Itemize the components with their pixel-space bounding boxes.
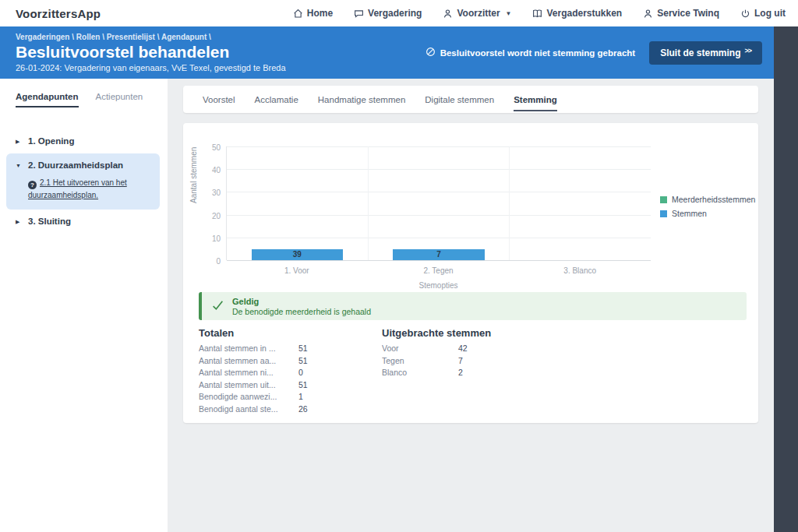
table-row: Benodigde aanwezi...1 — [199, 391, 370, 403]
row-value: 51 — [298, 355, 308, 368]
tree-subitem[interactable]: ?2.1 Het uitvoeren van het duurzaamheids… — [28, 177, 128, 201]
status-indicator: Besluitvoorstel wordt niet stemming gebr… — [425, 47, 635, 58]
main-tab-bar: Voorstel Acclamatie Handmatige stemmen D… — [183, 86, 758, 113]
row-label: Aantal stemmen aa... — [199, 355, 291, 368]
page-title: Besluitvoorstel behandelen — [16, 43, 286, 62]
tab-actiepunten[interactable]: Actiepunten — [96, 92, 143, 107]
bar-tegen[interactable]: 7 — [368, 146, 510, 260]
validity-alert: Geldig De benodigde meerderheid is gehaa… — [199, 292, 747, 320]
y-tick: 40 — [212, 166, 221, 174]
legend-label: Stemmen — [672, 209, 707, 218]
person-icon — [443, 9, 453, 19]
table-row: Tegen7 — [382, 355, 553, 368]
table-row: Voor42 — [382, 343, 553, 355]
table-row: Aantal stemmen ni...0 — [199, 367, 370, 379]
legend-stemmen[interactable]: Stemmen — [660, 209, 755, 218]
tab-digitale-stemmen[interactable]: Digitale stemmen — [425, 88, 494, 111]
sidebar-item-opening[interactable]: ▶ 1. Opening — [6, 129, 160, 153]
close-voting-button[interactable]: Sluit de stemming >> — [649, 41, 762, 65]
table-row: Aantal stemmen in ...51 — [199, 343, 370, 355]
row-value: 51 — [298, 343, 308, 355]
tab-acclamatie[interactable]: Acclamatie — [255, 88, 298, 111]
x-tick: 3. Blanco — [509, 266, 651, 275]
table-row: Aantal stemmen aa...51 — [199, 355, 370, 368]
nav-logout-label: Log uit — [754, 8, 786, 19]
top-bar: VoorzittersApp Home Vergadering Voorzitt… — [0, 0, 798, 26]
app-logo: VoorzittersApp — [16, 7, 101, 20]
top-navigation: Home Vergadering Voorzitter ▼ Vergaderst… — [293, 8, 786, 19]
nav-logout[interactable]: Log uit — [740, 8, 786, 19]
nav-voorzitter-label: Voorzitter — [457, 8, 500, 19]
row-label: Tegen — [382, 355, 450, 368]
row-value: 2 — [458, 367, 463, 379]
tree-item-label: 3. Sluiting — [28, 217, 71, 227]
nav-vergaderstukken[interactable]: Vergaderstukken — [532, 8, 622, 19]
legend-swatch-blue — [660, 210, 667, 217]
double-chevron-right-icon: >> — [744, 47, 751, 55]
y-tick: 10 — [212, 234, 221, 242]
tab-handmatige-stemmen[interactable]: Handmatige stemmen — [318, 88, 406, 111]
chevron-down-icon: ▼ — [506, 10, 512, 17]
voting-results-card: Aantal stemmen 50 40 30 20 10 0 39 7 — [183, 123, 758, 423]
tab-agendapunten[interactable]: Agendapunten — [16, 92, 79, 107]
bar-chart-plot: 50 40 30 20 10 0 39 7 — [226, 146, 651, 260]
chevron-right-icon: ▶ — [16, 136, 22, 146]
checkmark-icon — [211, 298, 224, 315]
tab-voorstel[interactable]: Voorstel — [203, 88, 235, 111]
row-value: 1 — [298, 391, 303, 403]
nav-vergadering[interactable]: Vergadering — [354, 8, 422, 19]
subitem-link[interactable]: 2.1 Het uitvoeren van het duurzaamheidsp… — [28, 178, 127, 199]
y-tick: 0 — [216, 257, 221, 266]
sidebar-item-duurzaamheidsplan[interactable]: ▼ 2. Duurzaamheidsplan ?2.1 Het uitvoere… — [6, 153, 160, 210]
x-tick: 1. Voor — [226, 266, 368, 275]
nav-home[interactable]: Home — [293, 8, 333, 19]
cast-votes-title: Uitgebrachte stemmen — [382, 327, 553, 339]
nav-service-label: Service Twinq — [657, 8, 719, 19]
help-icon: ? — [28, 181, 37, 189]
row-value: 51 — [298, 379, 308, 392]
home-icon — [293, 9, 303, 19]
nav-service[interactable]: Service Twinq — [643, 8, 719, 19]
y-axis-label: Aantal stemmen — [189, 196, 198, 203]
bar-value-label: 7 — [393, 249, 484, 260]
y-tick: 30 — [212, 188, 221, 197]
row-value: 0 — [298, 367, 303, 379]
page-subtitle: 26-01-2024: Vergadering van eigenaars, V… — [16, 63, 286, 72]
totals-title: Totalen — [199, 327, 370, 339]
row-label: Benodigde aanwezi... — [199, 391, 291, 403]
bar-blanco[interactable] — [510, 146, 651, 260]
row-label: Blanco — [382, 367, 450, 379]
book-icon — [532, 9, 542, 19]
status-text: Besluitvoorstel wordt niet stemming gebr… — [440, 48, 635, 58]
chevron-right-icon: ▶ — [16, 217, 22, 227]
y-tick: 20 — [212, 211, 221, 220]
table-row: Aantal stemmen uit...51 — [199, 379, 370, 392]
legend-meerderheidsstemmen[interactable]: Meerderheidsstemmen — [660, 195, 755, 204]
x-tick: 2. Tegen — [368, 266, 510, 275]
legend-swatch-green — [660, 196, 667, 203]
bar-voor[interactable]: 39 — [227, 146, 368, 260]
app-window: VoorzittersApp Home Vergadering Voorzitt… — [0, 0, 798, 532]
breadcrumb[interactable]: Vergaderingen \ Rollen \ Presentielijst … — [16, 33, 286, 41]
row-value: 7 — [458, 355, 463, 368]
cast-votes-section: Uitgebrachte stemmen Voor42 Tegen7 Blanc… — [382, 327, 553, 379]
bar-value-label: 39 — [252, 249, 343, 260]
circle-slash-icon — [425, 47, 436, 58]
chart-legend: Meerderheidsstemmen Stemmen — [660, 195, 755, 218]
row-label: Aantal stemmen in ... — [199, 343, 291, 355]
tab-stemming[interactable]: Stemming — [514, 88, 557, 111]
sidebar-item-sluiting[interactable]: ▶ 3. Sluiting — [6, 210, 160, 234]
nav-home-label: Home — [307, 8, 333, 19]
row-label: Aantal stemmen ni... — [199, 367, 291, 379]
nav-voorzitter[interactable]: Voorzitter ▼ — [443, 8, 511, 19]
x-axis-category-labels: 1. Voor 2. Tegen 3. Blanco — [226, 266, 651, 275]
totals-section: Totalen Aantal stemmen in ...51 Aantal s… — [199, 327, 370, 415]
speech-bubble-icon — [354, 9, 364, 19]
sidebar-tabs: Agendapunten Actiepunten — [16, 92, 160, 107]
row-label: Voor — [382, 343, 450, 355]
row-label: Aantal stemmen uit... — [199, 379, 291, 392]
alert-message: De benodigde meerderheid is gehaald — [232, 307, 371, 317]
tree-item-label: 2. Duurzaamheidsplan — [28, 160, 128, 171]
table-row: Benodigd aantal ste...26 — [199, 403, 370, 416]
row-label: Benodigd aantal ste... — [199, 403, 291, 416]
